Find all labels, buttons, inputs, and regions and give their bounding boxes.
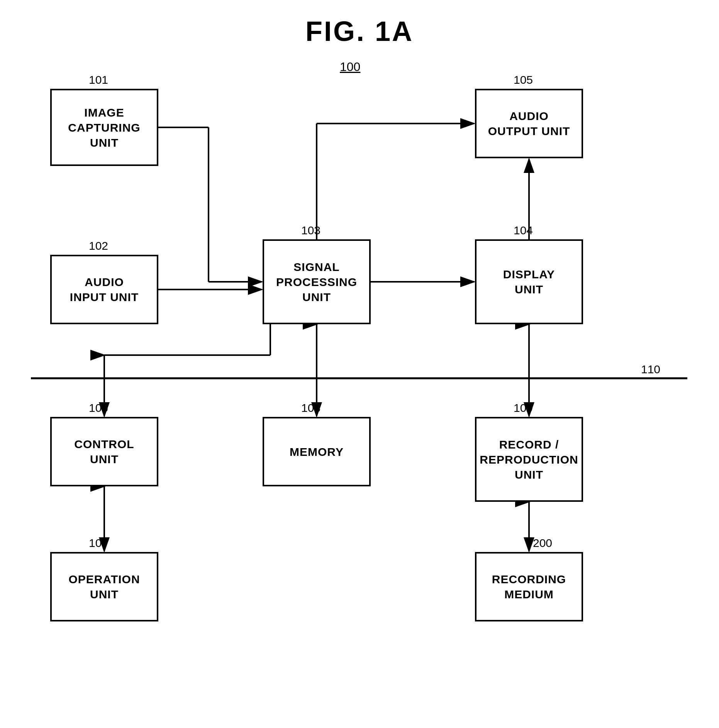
ref-103: 103 <box>301 224 320 237</box>
signal-processing-unit-box: SIGNAL PROCESSING UNIT <box>263 239 371 324</box>
control-unit-box: CONTROL UNIT <box>50 417 158 486</box>
system-ref-label: 100 <box>340 60 360 74</box>
image-capturing-unit-label: IMAGE CAPTURING UNIT <box>68 105 140 150</box>
display-unit-box: DISPLAY UNIT <box>475 239 583 324</box>
audio-input-unit-box: AUDIO INPUT UNIT <box>50 255 158 324</box>
memory-label: MEMORY <box>290 444 344 459</box>
diagram-container: FIG. 1A 100 <box>0 0 719 728</box>
ref-108: 108 <box>301 401 320 415</box>
control-unit-label: CONTROL UNIT <box>74 437 134 467</box>
record-reproduction-unit-label: RECORD / REPRODUCTION UNIT <box>480 437 578 482</box>
ref-109: 109 <box>514 401 533 415</box>
operation-unit-box: OPERATION UNIT <box>50 552 158 621</box>
image-capturing-unit-box: IMAGE CAPTURING UNIT <box>50 89 158 166</box>
ref-102: 102 <box>89 239 108 252</box>
recording-medium-label: RECORDING MEDIUM <box>492 572 566 602</box>
ref-200: 200 <box>533 537 552 550</box>
record-reproduction-unit-box: RECORD / REPRODUCTION UNIT <box>475 417 583 502</box>
ref-106: 106 <box>89 401 108 415</box>
ref-104: 104 <box>514 224 533 237</box>
signal-processing-unit-label: SIGNAL PROCESSING UNIT <box>276 259 357 305</box>
ref-105: 105 <box>514 73 533 86</box>
ref-107: 107 <box>89 537 108 550</box>
recording-medium-box: RECORDING MEDIUM <box>475 552 583 621</box>
ref-110: 110 <box>641 363 660 376</box>
audio-output-unit-label: AUDIO OUTPUT UNIT <box>488 108 570 139</box>
audio-output-unit-box: AUDIO OUTPUT UNIT <box>475 89 583 158</box>
display-unit-label: DISPLAY UNIT <box>503 267 555 297</box>
memory-box: MEMORY <box>263 417 371 486</box>
audio-input-unit-label: AUDIO INPUT UNIT <box>70 274 139 305</box>
operation-unit-label: OPERATION UNIT <box>68 572 140 602</box>
ref-101: 101 <box>89 73 108 86</box>
figure-title: FIG. 1A <box>305 15 414 47</box>
